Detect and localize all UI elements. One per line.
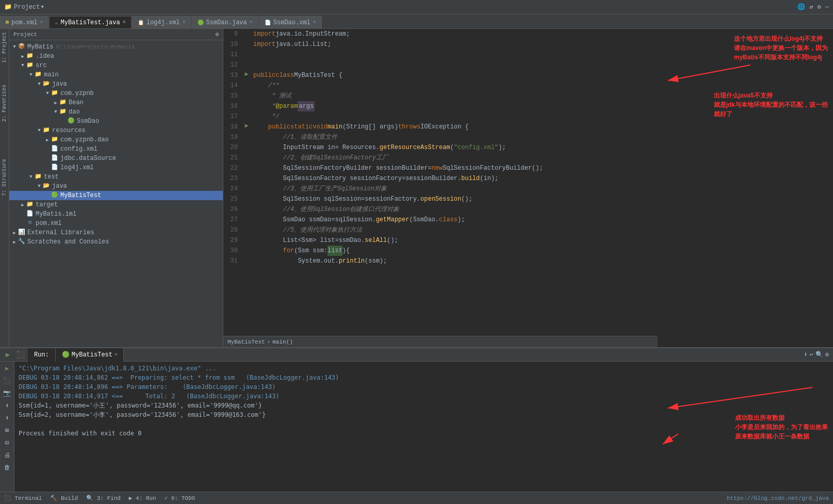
sidebar-settings-icon[interactable]: ⚙ [215,31,219,38]
tree-item-com-yzpnb-dao[interactable]: ▶ 📁 com.yzpnb.dao [9,135,223,144]
rerun-icon[interactable]: ▶ [3,364,12,373]
tree-item-ssmdao[interactable]: 🟢 SsmDao [9,117,223,126]
settings-console-icon[interactable]: ⚙ [825,351,829,359]
arrow-svg-top [658,60,761,91]
ssmdao-xml-icon: 📄 [265,20,271,26]
project-panel-tab[interactable]: 1: Project [1,29,8,66]
project-label[interactable]: Project [14,4,40,11]
tree-item-mybatis-iml[interactable]: 📄 MyBatis.iml [9,209,223,219]
gutter-26 [242,204,251,215]
tree-item-main[interactable]: ▼ 📁 main [9,70,223,79]
expand-target[interactable]: ▶ [20,202,26,208]
project-tree: ▼ 📦 MyBatis D:\IdeaProjects\MyBatis ▶ 📁 … [9,40,223,347]
tree-item-com-yzpnb[interactable]: ▼ 📁 com.yzpnb [9,89,223,98]
expand-com-yzpnb[interactable]: ▼ [44,91,51,96]
label-target: target [36,201,58,208]
run-btn-status[interactable]: ▶ 4: Run [129,495,156,501]
bottom-tab-mybatistest[interactable]: 🟢 MyBatisTest × [56,348,124,362]
tab-ssmdao-xml[interactable]: 📄 SsmDao.xml × [259,16,322,28]
console-annotation-region: 成功取出所有数据 小李是后来我加的，为了看出效果 原来数据库就小王一条数据 [658,362,833,492]
breadcrumb-sep: › [267,339,271,345]
tree-item-java-main[interactable]: ▼ 📂 java [9,79,223,89]
minimize-icon[interactable]: — [825,4,829,11]
scroll-down-icon[interactable]: ⬇ [3,413,12,422]
expand-resources[interactable]: ▼ [36,128,42,133]
tree-item-resources[interactable]: ▼ 📁 resources [9,126,223,135]
tab-ssmdao-java[interactable]: 🟢 SsmDao.java × [192,16,258,28]
tree-item-idea[interactable]: ▶ 📁 .idea [9,52,223,61]
tree-item-mybatistest-file[interactable]: 🟢 MyBatisTest [9,191,223,200]
close-run-tab[interactable]: × [115,352,117,357]
expand-dao[interactable]: ▼ [53,109,59,115]
line-num-23: 23 [225,173,238,184]
close-tab-pom[interactable]: × [40,20,43,25]
run-stop-btn[interactable]: ⬛ [14,349,26,361]
tree-item-pom-file[interactable]: m pom.xml [9,219,223,228]
tree-item-mybatis[interactable]: ▼ 📦 MyBatis D:\IdeaProjects\MyBatis [9,42,223,52]
tree-item-dao[interactable]: ▼ 📁 dao [9,107,223,117]
vertical-layout-icon[interactable]: ⊟ [3,438,12,447]
label-ssmdao: SsmDao [77,118,99,125]
expand-main[interactable]: ▼ [28,72,34,77]
title-bar: 📁 Project ▼ 🌐 ⇄ ⚙ — [0,0,833,14]
gutter-23 [242,173,251,184]
tree-item-scratches[interactable]: ▶ 🔧 Scratches and Consoles [9,237,223,247]
tab-pom-xml[interactable]: m pom.xml × [0,16,48,28]
settings-icon[interactable]: ⚙ [818,3,821,11]
expand-com-yzpnb-dao[interactable]: ▶ [44,137,51,143]
scroll-to-end-icon[interactable]: ⬇ [804,351,807,359]
build-btn[interactable]: 🔨 Build [50,495,78,501]
stop-icon[interactable]: ⬛ [3,376,12,385]
trash-icon[interactable]: 🗑 [3,463,12,472]
close-tab-log4j[interactable]: × [183,20,186,25]
globe-icon[interactable]: 🌐 [797,3,805,11]
code-line-19: //1、读取配置文件 [253,132,658,142]
find-btn[interactable]: 🔍 3: Find [86,495,121,501]
tree-item-log4j[interactable]: 📄 log4j.xml [9,163,223,172]
terminal-btn[interactable]: ⬛ Terminal [4,495,42,501]
pom-icon: m [26,219,34,227]
wrap-icon[interactable]: ↩ [810,351,813,359]
csdn-url[interactable]: https://blog.csdn.net/grd_java [727,495,829,501]
close-tab-ssmdao-xml[interactable]: × [313,20,316,25]
tab-log4j[interactable]: 📋 log4j.xml × [132,16,191,28]
favorites-panel-tab[interactable]: 2: Favorites [1,82,8,125]
close-tab-mybatistest[interactable]: × [123,20,126,25]
structure-panel-tab[interactable]: 7: Structure [1,156,8,199]
tab-mybatistest[interactable]: ☕ MyBatisTest.java × [49,16,131,28]
expand-scratches[interactable]: ▶ [11,239,18,245]
expand-mybatis[interactable]: ▼ [11,44,18,50]
close-tab-ssmdao-java[interactable]: × [250,20,253,25]
expand-bean[interactable]: ▶ [53,100,59,106]
scroll-up-icon[interactable]: ⬆ [3,401,12,410]
print-icon[interactable]: 🖨 [3,450,12,460]
tree-item-config-xml[interactable]: 📄 config.xml [9,144,223,154]
tree-item-bean[interactable]: ▶ 📁 Bean [9,98,223,107]
expand-external-libs[interactable]: ▶ [11,230,18,236]
camera-icon[interactable]: 📷 [3,388,12,398]
tree-item-test[interactable]: ▼ 📁 test [9,172,223,182]
layout-icon[interactable]: ⊞ [3,426,12,435]
module-icon: 📦 [18,43,26,51]
label-bean: Bean [69,99,84,106]
expand-idea[interactable]: ▶ [20,54,26,59]
dropdown-arrow[interactable]: ▼ [41,5,43,10]
arrows-icon[interactable]: ⇄ [809,3,813,11]
expand-test[interactable]: ▼ [28,174,34,180]
line-num-27: 27 [225,215,238,225]
tree-item-target[interactable]: ▶ 📁 target [9,200,223,209]
gutter-9 [242,29,251,39]
gutter-30 [242,246,251,256]
filter-icon[interactable]: 🔍 [815,351,823,359]
tree-item-external-libs[interactable]: ▶ 📊 External Libraries [9,228,223,237]
tree-item-jdbc[interactable]: 📄 jdbc.dataSource [9,154,223,163]
expand-java-main[interactable]: ▼ [36,82,42,87]
expand-java-test[interactable]: ▼ [36,184,42,189]
expand-src[interactable]: ▼ [20,63,26,68]
tree-item-src[interactable]: ▼ 📁 src [9,61,223,70]
todo-btn[interactable]: ✓ 6: TODO [165,495,195,501]
console-output[interactable]: "C:\Program Files\Java\jdk1.8.0_121\bin\… [14,362,658,492]
tree-item-java-test[interactable]: ▼ 📂 java [9,182,223,191]
run-play-btn[interactable]: ▶ [2,349,13,361]
code-content[interactable]: import java.io.InputStream; import java.… [251,29,658,336]
